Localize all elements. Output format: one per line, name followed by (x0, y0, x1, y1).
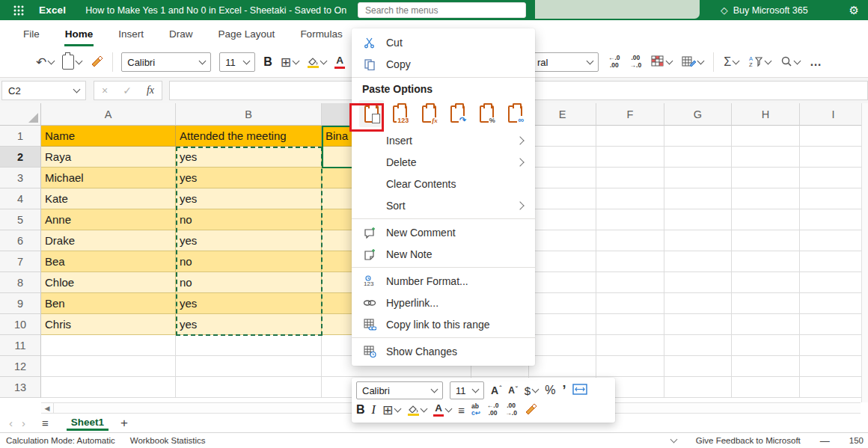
font-name-combobox[interactable]: Calibri (121, 52, 211, 72)
row-header-6[interactable]: 6 (0, 230, 41, 251)
borders-button[interactable]: ⊞ (281, 55, 299, 70)
cell-H4[interactable] (732, 188, 800, 209)
cell-A12[interactable] (41, 356, 176, 377)
row-header-1[interactable]: 1 (0, 126, 41, 147)
cell-F12[interactable] (596, 356, 664, 377)
cell-E2[interactable] (529, 147, 596, 168)
cell-H8[interactable] (732, 272, 800, 293)
row-header-10[interactable]: 10 (0, 314, 41, 335)
chevron-down-icon[interactable] (670, 436, 677, 444)
paste-link-button[interactable]: ∞ (504, 100, 528, 127)
cell-F2[interactable] (596, 147, 664, 168)
add-sheet-button[interactable]: + (120, 416, 128, 431)
font-color-button[interactable]: A (334, 55, 345, 69)
cell-H1[interactable] (732, 126, 800, 147)
row-header-7[interactable]: 7 (0, 251, 41, 272)
cell-A2[interactable]: Raya (41, 147, 176, 168)
column-header-G[interactable]: G (664, 103, 732, 126)
cell-H11[interactable] (732, 335, 800, 356)
cell-H7[interactable] (732, 251, 800, 272)
cell-I6[interactable] (800, 230, 867, 251)
menu-item-cut[interactable]: Cut (352, 31, 535, 53)
merge-center-button[interactable] (572, 384, 587, 397)
paste-formulas-button[interactable]: fx (417, 100, 441, 127)
name-box[interactable]: C2 (1, 81, 86, 100)
cell-F3[interactable] (596, 168, 664, 188)
menu-item-new-comment[interactable]: New Comment (352, 221, 535, 243)
row-header-5[interactable]: 5 (0, 209, 41, 230)
accounting-format-button[interactable]: $ (525, 384, 538, 397)
sort-filter-button[interactable]: AZ (748, 55, 771, 70)
cell-E7[interactable] (529, 251, 596, 272)
cell-H3[interactable] (732, 168, 800, 188)
workbook-statistics-button[interactable]: Workbook Statistics (130, 436, 206, 445)
mini-font-name-combobox[interactable]: Calibri (356, 381, 443, 399)
cell-A6[interactable]: Drake (41, 230, 176, 251)
settings-gear-icon[interactable]: ⚙ (849, 0, 859, 20)
cell-G4[interactable] (664, 188, 732, 209)
increase-decimal-button[interactable]: .00→.0 (630, 55, 642, 70)
cell-A5[interactable]: Anne (41, 209, 176, 230)
cell-A10[interactable]: Chris (41, 314, 176, 335)
cell-E4[interactable] (529, 188, 596, 209)
fill-color-button[interactable] (307, 56, 326, 69)
prev-sheet-icon[interactable]: ‹ (9, 417, 13, 429)
sheet-tab-sheet1[interactable]: Sheet1 (67, 415, 109, 431)
row-header-2[interactable]: 2 (0, 147, 41, 168)
cell-F4[interactable] (596, 188, 664, 209)
mini-bold-button[interactable]: B (356, 403, 365, 417)
cell-A1[interactable]: Name (41, 126, 176, 147)
cell-A7[interactable]: Bea (41, 251, 176, 272)
insert-function-fx-button[interactable]: fx (147, 85, 154, 96)
column-header-F[interactable]: F (596, 103, 664, 126)
cell-G2[interactable] (664, 147, 732, 168)
cell-B13[interactable] (176, 377, 322, 398)
cell-B12[interactable] (176, 356, 322, 377)
cell-A8[interactable]: Chloe (41, 272, 176, 293)
document-title[interactable]: How to Make Yes 1 and No 0 in Excel - Sh… (85, 5, 346, 16)
decrease-decimal-button[interactable]: ←.0.00 (608, 55, 620, 70)
column-header-H[interactable]: H (732, 103, 800, 126)
cell-E12[interactable] (529, 356, 596, 377)
mini-decrease-decimal-button[interactable]: ←.0.00 (487, 402, 499, 417)
cell-B5[interactable]: no (176, 209, 322, 230)
cell-A3[interactable]: Michael (41, 168, 176, 188)
cell-B8[interactable]: no (176, 272, 322, 293)
cell-B6[interactable]: yes (176, 230, 322, 251)
cell-F1[interactable] (596, 126, 664, 147)
cell-I12[interactable] (800, 356, 867, 377)
wrap-text-button[interactable]: abc↩ (471, 403, 480, 417)
column-header-E[interactable]: E (529, 103, 596, 126)
cell-A9[interactable]: Ben (41, 293, 176, 314)
cell-G10[interactable] (664, 314, 732, 335)
cell-A11[interactable] (41, 335, 176, 356)
cell-I2[interactable] (800, 147, 867, 168)
mini-increase-decimal-button[interactable]: .00→.0 (505, 402, 517, 417)
menu-item-sort[interactable]: Sort (352, 194, 535, 216)
column-header-I[interactable]: I (800, 103, 867, 126)
column-header-B[interactable]: B (176, 103, 322, 126)
cancel-icon[interactable]: × (102, 85, 108, 96)
paste-button[interactable] (62, 55, 82, 70)
cell-B4[interactable]: yes (176, 188, 322, 209)
row-header-11[interactable]: 11 (0, 335, 41, 356)
menu-item-new-note[interactable]: New Note (352, 243, 535, 265)
shrink-font-button[interactable]: Aˇ (508, 386, 518, 395)
menu-item-clear-contents[interactable]: Clear Contents (352, 173, 535, 194)
app-name[interactable]: Excel (39, 4, 66, 16)
alignment-button[interactable]: ≡ (458, 404, 465, 417)
cell-E10[interactable] (529, 314, 596, 335)
paste-values-button[interactable]: 123 (388, 100, 413, 127)
cell-I7[interactable] (800, 251, 867, 272)
cell-B2[interactable]: yes (176, 147, 322, 168)
column-header-A[interactable]: A (41, 103, 176, 126)
paste-transpose-button[interactable]: ↷ (446, 100, 471, 127)
mini-fill-color-button[interactable] (407, 404, 427, 417)
row-header-3[interactable]: 3 (0, 168, 41, 188)
tab-draw[interactable]: Draw (156, 20, 206, 47)
cell-G8[interactable] (664, 272, 732, 293)
select-all-corner[interactable] (0, 103, 41, 126)
row-header-4[interactable]: 4 (0, 188, 41, 209)
calculation-mode-status[interactable]: Calculation Mode: Automatic (6, 436, 115, 445)
row-header-8[interactable]: 8 (0, 272, 41, 293)
